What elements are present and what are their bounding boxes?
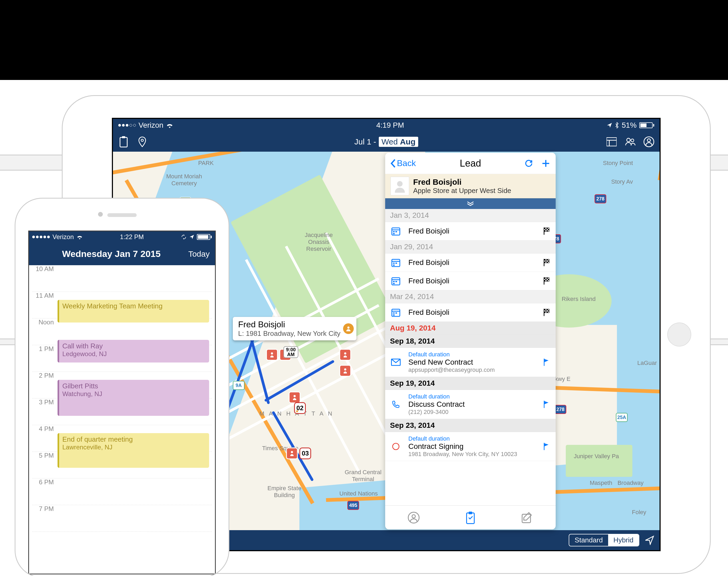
calendar-event[interactable]: End of quarter meetingLawrenceville, NJ — [58, 433, 209, 468]
ipad-home-button[interactable] — [667, 322, 691, 346]
location-arrow-icon — [189, 235, 194, 239]
date-header: Sep 19, 2014 — [385, 377, 556, 390]
svg-rect-55 — [396, 312, 397, 314]
flag-icon — [543, 277, 551, 285]
label-gc-terminal: Grand Central Terminal — [345, 469, 382, 483]
lead-item-sub: (212) 209-3400 — [408, 409, 536, 415]
svg-rect-49 — [548, 279, 549, 280]
event-title: Weekly Marketing Team Meeting — [62, 302, 206, 310]
lead-item[interactable]: Fred Boisjoli — [385, 254, 556, 272]
lead-item[interactable]: Fred Boisjoli — [385, 272, 556, 290]
label-mount-moriah: Mount Moriah Cemetery — [166, 173, 202, 187]
lead-item-title: Fred Boisjoli — [408, 308, 536, 317]
mail-icon — [390, 356, 402, 368]
lead-item-sub: 1981 Broadway, New York City, NY 10023 — [408, 451, 536, 458]
svg-rect-39 — [544, 262, 545, 263]
ipad-status-bar: Verizon 4:19 PM 51% — [113, 119, 660, 132]
map-callout[interactable]: Fred Boisjoli L: 1981 Broadway, New York… — [233, 317, 356, 340]
svg-rect-54 — [393, 312, 395, 314]
label-rikers: Rikers Island — [562, 296, 596, 303]
svg-rect-46 — [544, 278, 545, 279]
cal-hour-label: 10 AM — [32, 265, 58, 273]
lead-activity-list[interactable]: Jan 3, 2014Fred BoisjoliJan 29, 2014Fred… — [385, 209, 556, 506]
flag-icon — [543, 259, 551, 266]
lead-item-duration: Default duration — [408, 393, 536, 400]
signal-dots-icon — [118, 124, 136, 126]
lead-item-body: Fred Boisjoli — [408, 258, 536, 267]
refresh-icon[interactable] — [524, 159, 533, 168]
add-icon[interactable] — [541, 159, 550, 168]
map-marker-d[interactable] — [289, 392, 301, 403]
svg-rect-25 — [547, 228, 548, 229]
svg-rect-61 — [544, 312, 545, 313]
lead-item[interactable]: Fred Boisjoli — [385, 222, 556, 240]
map-marker-e[interactable] — [286, 448, 298, 459]
map-marker-b[interactable] — [339, 349, 351, 361]
lead-item[interactable]: Default durationDiscuss Contract(212) 20… — [385, 390, 556, 419]
clipboard-icon[interactable] — [118, 137, 129, 147]
contacts-icon[interactable] — [625, 137, 636, 147]
svg-rect-27 — [548, 229, 549, 230]
map-pin-icon[interactable] — [137, 137, 148, 147]
lead-contact-row[interactable]: Fred Boisjoli Apple Store at Upper West … — [385, 174, 556, 198]
calendar-icon — [390, 275, 402, 287]
cal-hour-label: 6 PM — [32, 479, 58, 486]
footer-profile-icon[interactable] — [385, 506, 442, 529]
map-type-segment[interactable]: Standard Hybrid — [569, 534, 639, 546]
svg-rect-33 — [396, 263, 397, 264]
svg-point-2 — [141, 139, 143, 141]
svg-rect-23 — [393, 233, 395, 235]
lead-item-title: Discuss Contract — [408, 400, 536, 409]
lead-item-title: Contract Signing — [408, 442, 536, 451]
svg-point-9 — [647, 139, 650, 142]
nav-date-range[interactable]: Jul 1 - Wed Aug — [252, 137, 520, 147]
map-marker-start[interactable] — [266, 349, 278, 361]
cal-hour-label: 1 PM — [32, 345, 58, 353]
expand-bar[interactable] — [385, 198, 556, 209]
calendar-body[interactable]: 10 AM11 AMNoon1 PM2 PM3 PM4 PM5 PM6 PM7 … — [29, 265, 215, 532]
battery-icon — [639, 122, 654, 128]
lead-title: Lead — [460, 158, 481, 169]
lead-item-body: Default durationContract Signing1981 Bro… — [408, 435, 536, 458]
svg-rect-24 — [544, 228, 545, 229]
calendar-event[interactable]: Weekly Marketing Team Meeting — [58, 300, 209, 322]
lead-item[interactable]: Default durationContract Signing1981 Bro… — [385, 432, 556, 461]
svg-point-17 — [347, 326, 350, 329]
map-marker-c[interactable] — [339, 365, 351, 377]
svg-point-64 — [393, 443, 399, 450]
svg-rect-62 — [547, 312, 548, 313]
segment-hybrid[interactable]: Hybrid — [608, 535, 639, 546]
today-button[interactable]: Today — [188, 250, 210, 259]
svg-rect-21 — [393, 231, 395, 232]
event-sub: Watchung, NJ — [62, 390, 206, 398]
wifi-icon — [166, 122, 174, 128]
lead-item-sub: appsupport@thecaseygroup.com — [408, 367, 536, 373]
svg-rect-22 — [396, 231, 397, 232]
lead-item[interactable]: Default durationSend New Contractappsupp… — [385, 348, 556, 377]
locate-button[interactable] — [645, 536, 654, 545]
callout-contact-icon[interactable] — [343, 323, 354, 334]
calendar-event[interactable]: Gilbert PittsWatchung, NJ — [58, 380, 209, 416]
lead-item[interactable]: Fred Boisjoli — [385, 303, 556, 322]
iphone-screen: Verizon 1:22 PM Wednesday Jan 7 2015 — [28, 231, 216, 574]
ipad-nav-bar: Jul 1 - Wed Aug — [113, 132, 660, 152]
back-button[interactable]: Back — [391, 158, 416, 168]
svg-rect-1 — [122, 136, 125, 138]
status-time: 4:19 PM — [376, 121, 404, 129]
footer-compose-icon[interactable] — [499, 506, 556, 529]
iphone-status-bar: Verizon 1:22 PM — [29, 231, 215, 242]
footer-clipboard-icon[interactable] — [442, 506, 499, 529]
profile-icon[interactable] — [643, 137, 654, 147]
svg-rect-51 — [547, 280, 548, 282]
num-pin-03[interactable]: 03 — [299, 448, 311, 459]
flag-icon — [543, 358, 551, 366]
cal-hour-label: 3 PM — [32, 399, 58, 406]
lead-item-duration: Default duration — [408, 435, 536, 442]
iphone-nav-bar: Wednesday Jan 7 2015 Today — [29, 242, 215, 265]
date-header: Sep 18, 2014 — [385, 335, 556, 348]
calendar-event[interactable]: Call with RayLedgewood, NJ — [58, 340, 209, 363]
list-icon[interactable] — [606, 137, 617, 147]
callout-name: Fred Boisjoli — [238, 320, 340, 329]
svg-rect-47 — [547, 278, 548, 279]
segment-standard[interactable]: Standard — [569, 535, 608, 546]
